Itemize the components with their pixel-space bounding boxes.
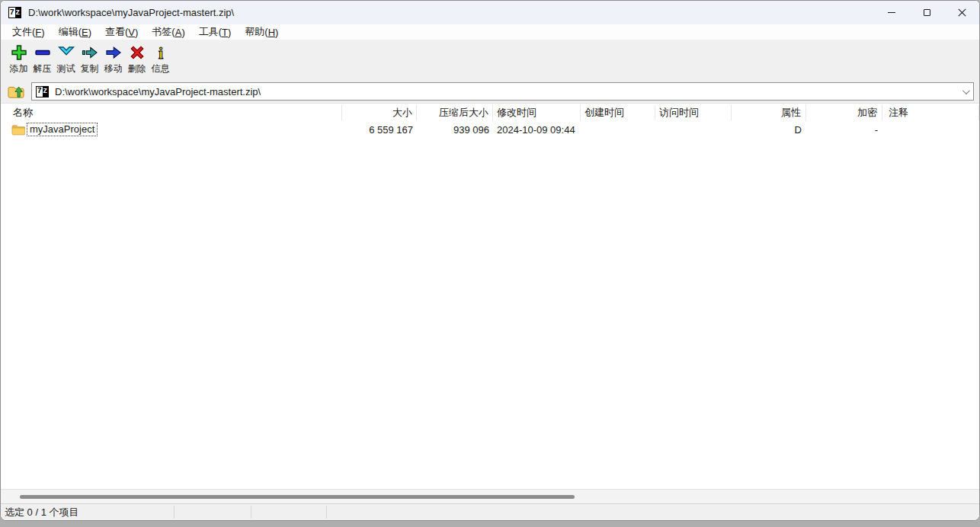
extract-icon	[34, 43, 52, 62]
chevron-down-icon	[962, 87, 969, 94]
scrollbar-thumb[interactable]	[20, 495, 575, 499]
column-header-encrypted[interactable]: 加密	[806, 105, 882, 120]
column-header-comment[interactable]: 注释	[882, 105, 979, 120]
minimize-icon	[888, 12, 895, 13]
menu-bar: 文件(F) 编辑(E) 查看(V) 书签(A) 工具(T) 帮助(H)	[1, 24, 979, 40]
column-header-modified[interactable]: 修改时间	[493, 105, 581, 120]
move-button[interactable]: 移动	[101, 43, 125, 75]
row-size: 6 559 167	[342, 124, 417, 136]
address-dropdown-button[interactable]	[956, 83, 973, 100]
status-separator	[174, 506, 175, 519]
delete-button[interactable]: 删除	[125, 43, 149, 75]
window-title: D:\work\workspace\myJavaProject-mastert.…	[28, 7, 234, 18]
svg-text:i: i	[158, 43, 162, 62]
status-bar: 选定 0 / 1 个项目	[1, 503, 979, 520]
address-bar: 7 z D:\work\workspace\myJavaProject-mast…	[1, 80, 979, 104]
7zip-window: 7 z D:\work\workspace\myJavaProject-mast…	[0, 0, 980, 521]
test-button[interactable]: 测试	[54, 43, 78, 75]
add-icon	[10, 43, 28, 62]
menu-help[interactable]: 帮助(H)	[238, 24, 285, 40]
menu-view[interactable]: 查看(V)	[98, 24, 145, 40]
menu-edit[interactable]: 编辑(E)	[52, 24, 98, 40]
row-encrypted: -	[806, 124, 882, 136]
maximize-button[interactable]	[909, 1, 944, 24]
status-separator	[251, 506, 251, 519]
copy-icon	[81, 43, 99, 62]
window-controls	[874, 1, 979, 24]
selection-status: 选定 0 / 1 个项目	[1, 506, 79, 519]
row-packed: 939 096	[417, 124, 493, 136]
close-button[interactable]	[944, 1, 979, 24]
menu-file[interactable]: 文件(F)	[5, 24, 52, 40]
extract-button[interactable]: 解压	[30, 43, 54, 75]
file-name[interactable]: myJavaProject	[27, 123, 98, 136]
file-list: 名称 大小 压缩后大小 修改时间 创建时间 访问时间 属性 加密 注释 myJa…	[1, 104, 979, 489]
column-header-name[interactable]: 名称	[1, 105, 342, 120]
row-modified: 2024-10-09 09:44	[493, 124, 581, 136]
address-combo[interactable]: 7 z D:\work\workspace\myJavaProject-mast…	[31, 82, 974, 101]
menu-favorites[interactable]: 书签(A)	[145, 24, 191, 40]
info-button[interactable]: i 信息	[149, 43, 172, 75]
maximize-icon	[924, 9, 930, 16]
7zip-app-icon: 7 z	[8, 7, 21, 18]
test-icon	[57, 43, 75, 62]
info-icon: i	[152, 43, 170, 62]
column-header-packed[interactable]: 压缩后大小	[417, 105, 493, 120]
table-row[interactable]: myJavaProject 6 559 167 939 096 2024-10-…	[1, 121, 979, 138]
add-button[interactable]: 添加	[7, 43, 30, 75]
folder-up-button[interactable]	[5, 82, 27, 101]
7zip-file-icon: 7 z	[36, 86, 49, 97]
column-header-created[interactable]: 创建时间	[581, 105, 655, 120]
title-bar: 7 z D:\work\workspace\myJavaProject-mast…	[1, 1, 979, 24]
column-header-attributes[interactable]: 属性	[732, 105, 806, 120]
horizontal-scrollbar[interactable]	[1, 489, 979, 503]
column-header-accessed[interactable]: 访问时间	[655, 105, 732, 120]
column-header-row: 名称 大小 压缩后大小 修改时间 创建时间 访问时间 属性 加密 注释	[1, 104, 979, 121]
toolbar: 添加 解压 测试 复制 移动	[1, 40, 979, 80]
folder-icon	[11, 124, 25, 136]
status-separator	[326, 506, 327, 519]
address-path[interactable]: D:\work\workspace\myJavaProject-mastert.…	[55, 86, 261, 97]
minimize-button[interactable]	[874, 1, 909, 24]
folder-up-icon	[7, 84, 25, 99]
delete-icon	[128, 43, 146, 62]
copy-button[interactable]: 复制	[78, 43, 101, 75]
move-icon	[104, 43, 123, 62]
row-attributes: D	[732, 124, 806, 136]
column-header-size[interactable]: 大小	[342, 105, 417, 120]
close-icon	[958, 8, 966, 17]
menu-tools[interactable]: 工具(T)	[192, 24, 239, 40]
row-name-cell[interactable]: myJavaProject	[1, 123, 342, 136]
